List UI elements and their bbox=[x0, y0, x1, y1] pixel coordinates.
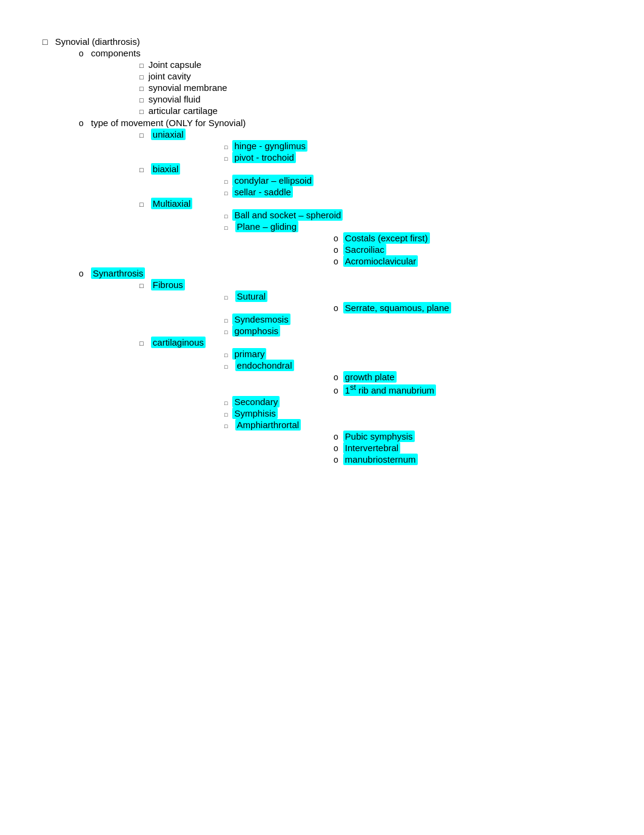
biaxial-item: biaxial condylar – ellipsoid sellar - sa… bbox=[139, 164, 620, 197]
item-label: Pubic symphysis bbox=[343, 431, 415, 442]
uniaxial-item: uniaxial hinge - gynglimus pivot - troch… bbox=[139, 129, 620, 163]
multiaxial-item: Multiaxial Ball and socket – spheroid Pl… bbox=[139, 198, 620, 266]
components-label: components bbox=[91, 48, 141, 58]
item-label: sellar - saddle bbox=[232, 186, 292, 198]
components-children: Joint capsule joint cavity synovial memb… bbox=[79, 59, 620, 116]
list-item: Sacroiliac bbox=[334, 244, 620, 255]
first-rib-item: 1st rib and manubrium bbox=[334, 383, 620, 395]
list-item: synovial fluid bbox=[139, 94, 620, 104]
item-label: primary bbox=[232, 348, 266, 360]
item-label: synovial membrane bbox=[149, 82, 227, 93]
fibrous-children: Sutural Serrate, squamous, plane Syndesm… bbox=[139, 291, 620, 336]
amphiarthrortal-label: Amphiarthrortal bbox=[235, 419, 301, 431]
item-label: articular cartilage bbox=[149, 106, 218, 116]
movement-label: type of movement (ONLY for Synovial) bbox=[91, 118, 246, 128]
list-item: Joint capsule bbox=[139, 59, 620, 70]
sutural-item: Sutural Serrate, squamous, plane bbox=[224, 291, 620, 313]
synarthrosis-item: Synarthrosis Fibrous Sutural Serrate, sq… bbox=[79, 268, 620, 464]
multiaxial-children: Ball and socket – spheroid Plane – glidi… bbox=[139, 210, 620, 266]
top-level-item: Synovial (diarthrosis) components Joint … bbox=[42, 36, 620, 464]
item-label: synovial fluid bbox=[149, 94, 201, 104]
item-label: Joint capsule bbox=[149, 59, 202, 70]
cartilaginous-label: cartilaginous bbox=[151, 337, 206, 348]
list-item: Acromioclavicular bbox=[334, 256, 620, 266]
sutural-children: Serrate, squamous, plane bbox=[224, 303, 620, 313]
level1-list: components Joint capsule joint cavity sy… bbox=[42, 48, 620, 464]
item-label: joint cavity bbox=[149, 71, 191, 81]
list-item: condylar – ellipsoid bbox=[224, 175, 620, 186]
uniaxial-children: hinge - gynglimus pivot - trochoid bbox=[139, 141, 620, 163]
fibrous-label: Fibrous bbox=[151, 279, 185, 290]
list-item: manubriosternum bbox=[334, 454, 620, 464]
synarthrosis-children: Fibrous Sutural Serrate, squamous, plane… bbox=[79, 280, 620, 464]
item-label: pivot - trochoid bbox=[232, 152, 295, 163]
movement-item: type of movement (ONLY for Synovial) uni… bbox=[79, 118, 620, 266]
list-item: Costals (except first) bbox=[334, 233, 620, 243]
item-label: Sacroiliac bbox=[343, 244, 386, 255]
list-item: Pubic symphysis bbox=[334, 431, 620, 441]
list-item: synovial membrane bbox=[139, 82, 620, 93]
item-label: gomphosis bbox=[232, 325, 280, 337]
uniaxial-label: uniaxial bbox=[151, 129, 186, 140]
components-item: components Joint capsule joint cavity sy… bbox=[79, 48, 620, 116]
endochondral-children: growth plate 1st rib and manubrium bbox=[224, 372, 620, 395]
item-label: Syndesmosis bbox=[232, 314, 290, 325]
fibrous-item: Fibrous Sutural Serrate, squamous, plane… bbox=[139, 280, 620, 336]
item-label: Secondary bbox=[232, 396, 280, 407]
cartilaginous-item: cartilaginous primary endochondral growt… bbox=[139, 337, 620, 464]
list-item: hinge - gynglimus bbox=[224, 141, 620, 151]
list-item: joint cavity bbox=[139, 71, 620, 81]
list-item: Serrate, squamous, plane bbox=[334, 303, 620, 313]
amphiarthrortal-children: Pubic symphysis Intervertebral manubrios… bbox=[224, 431, 620, 464]
amphiarthrortal-item: Amphiarthrortal Pubic symphysis Interver… bbox=[224, 420, 620, 464]
list-item: Syndesmosis bbox=[224, 314, 620, 324]
endochondral-item: endochondral growth plate 1st rib and ma… bbox=[224, 360, 620, 395]
growth-plate-item: growth plate bbox=[334, 372, 620, 382]
item-label: Serrate, squamous, plane bbox=[343, 302, 451, 314]
item-label: Ball and socket – spheroid bbox=[232, 209, 343, 221]
list-item: Symphisis bbox=[224, 408, 620, 418]
list-item: articular cartilage bbox=[139, 106, 620, 116]
growth-plate-label: growth plate bbox=[343, 371, 397, 383]
list-item: gomphosis bbox=[224, 326, 620, 336]
main-outline: Synovial (diarthrosis) components Joint … bbox=[24, 36, 620, 464]
list-item: Secondary bbox=[224, 397, 620, 407]
sutural-label: Sutural bbox=[235, 290, 268, 302]
list-item: Ball and socket – spheroid bbox=[224, 210, 620, 220]
biaxial-children: condylar – ellipsoid sellar - saddle bbox=[139, 175, 620, 197]
cartilaginous-children: primary endochondral growth plate 1st ri… bbox=[139, 349, 620, 464]
item-label: Costals (except first) bbox=[343, 232, 430, 244]
list-item: Intervertebral bbox=[334, 443, 620, 453]
multiaxial-label: Multiaxial bbox=[151, 198, 193, 209]
list-item: sellar - saddle bbox=[224, 187, 620, 197]
synovial-label: Synovial (diarthrosis) bbox=[55, 36, 140, 47]
item-label: condylar – ellipsoid bbox=[232, 175, 314, 186]
biaxial-label: biaxial bbox=[151, 163, 181, 175]
list-item: pivot - trochoid bbox=[224, 152, 620, 163]
first-rib-label: 1st rib and manubrium bbox=[343, 384, 436, 396]
movement-children: uniaxial hinge - gynglimus pivot - troch… bbox=[79, 129, 620, 266]
synarthrosis-label: Synarthrosis bbox=[91, 267, 145, 279]
endochondral-label: endochondral bbox=[235, 360, 294, 371]
plane-gliding-children: Costals (except first) Sacroiliac Acromi… bbox=[224, 233, 620, 266]
item-label: Acromioclavicular bbox=[343, 255, 418, 267]
plane-gliding-item: Plane – gliding Costals (except first) S… bbox=[224, 221, 620, 266]
item-label: hinge - gynglimus bbox=[232, 140, 307, 152]
item-label: Intervertebral bbox=[343, 442, 400, 454]
list-item: primary bbox=[224, 349, 620, 359]
plane-gliding-label: Plane – gliding bbox=[235, 221, 298, 232]
item-label: manubriosternum bbox=[343, 454, 418, 465]
item-label: Symphisis bbox=[232, 407, 277, 419]
